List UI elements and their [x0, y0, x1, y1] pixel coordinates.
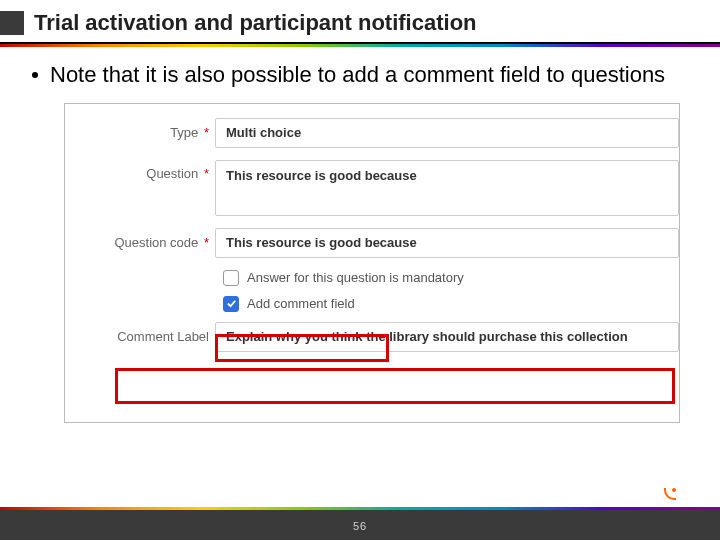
checkbox-mandatory[interactable]: [223, 270, 239, 286]
highlight-add-comment: [215, 334, 389, 362]
bullet-icon: [32, 72, 38, 78]
label-type-text: Type: [170, 125, 198, 140]
label-question-text: Question: [146, 166, 198, 181]
checkbox-add-comment[interactable]: [223, 296, 239, 312]
label-add-comment: Add comment field: [247, 296, 355, 311]
row-code: Question code * This resource is good be…: [65, 228, 679, 258]
check-icon: [226, 298, 237, 309]
required-marker: *: [204, 166, 209, 181]
title-row: Trial activation and participant notific…: [0, 0, 720, 38]
field-type: Multi choice: [215, 118, 679, 148]
input-code[interactable]: This resource is good because: [215, 228, 679, 258]
row-type: Type * Multi choice: [65, 118, 679, 148]
field-question: This resource is good because: [215, 160, 679, 216]
row-question: Question * This resource is good because: [65, 160, 679, 216]
input-question[interactable]: This resource is good because: [215, 160, 679, 216]
label-code-text: Question code: [114, 235, 198, 250]
required-marker: *: [204, 235, 209, 250]
slide-body: Note that it is also possible to add a c…: [0, 47, 720, 423]
label-mandatory: Answer for this question is mandatory: [247, 270, 464, 285]
form-inner: Type * Multi choice Question * This reso…: [65, 104, 679, 352]
page-title: Trial activation and participant notific…: [34, 10, 477, 36]
required-marker: *: [204, 125, 209, 140]
bullet-line: Note that it is also possible to add a c…: [28, 61, 692, 89]
label-code: Question code *: [65, 235, 215, 250]
row-mandatory: Answer for this question is mandatory: [223, 270, 679, 286]
bullet-text: Note that it is also possible to add a c…: [50, 61, 665, 89]
input-type[interactable]: Multi choice: [215, 118, 679, 148]
highlight-comment-label: [115, 368, 675, 404]
row-add-comment: Add comment field: [223, 296, 679, 312]
page-number: 56: [0, 520, 720, 532]
logo-icon: [660, 488, 676, 504]
field-code: This resource is good because: [215, 228, 679, 258]
title-block-icon: [0, 11, 24, 35]
label-type: Type *: [65, 125, 215, 140]
label-comment-label: Comment Label: [65, 329, 215, 344]
form-screenshot-panel: Type * Multi choice Question * This reso…: [64, 103, 680, 423]
slide: Trial activation and participant notific…: [0, 0, 720, 540]
label-question: Question *: [65, 160, 215, 181]
